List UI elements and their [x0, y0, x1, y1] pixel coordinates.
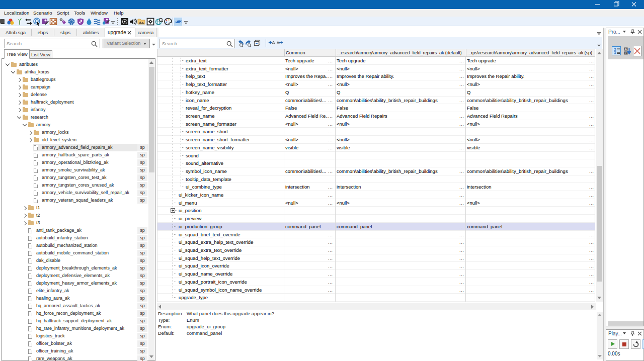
svg-text:A: A [625, 47, 627, 51]
svg-text:Z: Z [625, 51, 627, 55]
